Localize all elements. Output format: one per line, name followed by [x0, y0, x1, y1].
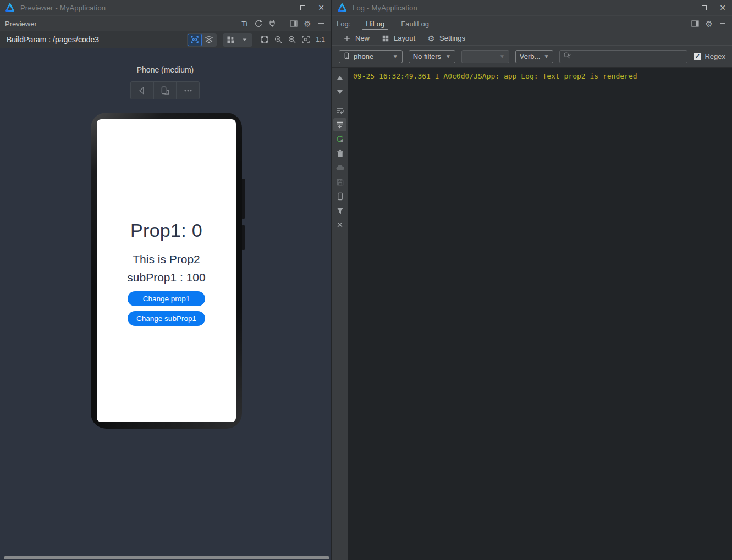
zoom-ratio-label[interactable]: 1:1 — [313, 36, 327, 43]
zoom-out-icon[interactable] — [272, 34, 284, 46]
log-action-bar: New Layout ⚙ Settings — [332, 31, 732, 46]
device-title: Phone (medium) — [0, 65, 331, 74]
change-prop1-button[interactable]: Change prop1 — [128, 291, 205, 306]
scroll-up-icon[interactable] — [333, 71, 346, 84]
plus-icon — [342, 34, 352, 43]
rerun-icon[interactable] — [333, 132, 346, 146]
trash-icon[interactable] — [333, 147, 346, 160]
log-content: 09-25 16:32:49.361 I A0c0d0/JSApp: app L… — [332, 68, 732, 560]
font-size-icon[interactable]: Tt — [239, 18, 251, 30]
save-icon — [333, 175, 346, 188]
type-select[interactable]: ▼ — [461, 50, 509, 63]
log-label: Log: — [337, 20, 350, 28]
level-select[interactable]: Verb... ▼ — [515, 50, 553, 63]
caret-down-icon[interactable] — [238, 34, 252, 46]
log-side-toolbar — [332, 68, 348, 560]
horizontal-scrollbar[interactable] — [4, 556, 329, 559]
window-controls: ✕ — [676, 0, 732, 15]
previewer-window: Previewer - MyApplication ✕ Previewer Tt — [0, 0, 331, 560]
previewer-titlebar: Previewer - MyApplication ✕ — [0, 0, 331, 15]
layout-grid-icon — [381, 34, 390, 43]
regex-label: Regex — [705, 52, 725, 60]
hide-panel-icon[interactable] — [315, 18, 327, 30]
log-output[interactable]: 09-25 16:32:49.361 I A0c0d0/JSApp: app L… — [348, 68, 732, 560]
level-select-value: Verb... — [520, 52, 541, 60]
grid-components-icon[interactable] — [223, 34, 238, 46]
caret-down-icon: ▼ — [499, 53, 505, 59]
scroll-to-end-icon[interactable] — [333, 118, 346, 131]
filter-funnel-icon[interactable] — [333, 204, 346, 217]
prop2-text: This is Prop2 — [97, 253, 236, 266]
previewer-tab-label: Previewer — [5, 20, 37, 28]
more-icon[interactable] — [176, 82, 199, 99]
zoom-in-icon[interactable] — [286, 34, 298, 46]
phone-icon — [343, 52, 350, 61]
regex-option[interactable]: ✓ Regex — [694, 52, 725, 60]
minimize-button[interactable] — [274, 0, 293, 15]
inspector-eye-icon[interactable] — [188, 34, 202, 46]
layout-button[interactable]: Layout — [376, 34, 420, 43]
layout-label: Layout — [394, 34, 415, 42]
prop1-value: Prop1: 0 — [97, 220, 236, 241]
back-triangle-icon[interactable] — [131, 82, 153, 99]
change-subprop1-button[interactable]: Change subProp1 — [128, 311, 205, 326]
previewer-toolbar: Previewer Tt ⚙ — [0, 15, 331, 31]
settings-label: Settings — [439, 34, 465, 42]
filter-select-value: No filters — [413, 52, 441, 60]
build-param-bar: BuildParam : /pages/code3 — [0, 31, 331, 48]
device-icon[interactable] — [333, 190, 346, 203]
tab-hilog[interactable]: HiLog — [361, 16, 389, 31]
hide-panel-icon[interactable] — [717, 18, 729, 30]
caret-down-icon: ▼ — [445, 53, 451, 59]
close-button[interactable]: ✕ — [713, 0, 732, 15]
bounding-frame-icon[interactable] — [258, 34, 271, 46]
deveco-logo-icon — [5, 3, 15, 13]
layers-icon[interactable] — [202, 34, 216, 46]
caret-down-icon: ▼ — [543, 53, 549, 59]
minimize-button[interactable] — [676, 0, 695, 15]
toolbar-divider — [283, 19, 283, 28]
refresh-icon[interactable] — [252, 18, 265, 30]
device-select-value: phone — [354, 52, 373, 60]
gear-icon[interactable]: ⚙ — [703, 18, 715, 30]
settings-button[interactable]: ⚙ Settings — [422, 34, 470, 43]
close-button[interactable]: ✕ — [312, 0, 331, 15]
tab-faultlog[interactable]: FaultLog — [397, 16, 433, 31]
device-action-bar — [130, 81, 200, 99]
search-field[interactable] — [559, 50, 687, 63]
soft-wrap-icon[interactable] — [333, 104, 346, 117]
search-icon — [563, 52, 571, 62]
preview-canvas: Phone (medium) Prop1: 0 This is Pr — [0, 48, 331, 560]
panel-layout-icon[interactable] — [689, 18, 701, 30]
filter-select[interactable]: No filters ▼ — [409, 50, 455, 63]
settings-gear-icon: ⚙ — [426, 34, 436, 43]
window-title: Previewer - MyApplication — [20, 4, 106, 12]
log-filter-bar: phone ▼ No filters ▼ ▼ Verb... ▼ ✓ Regex — [332, 46, 732, 68]
log-titlebar: Log - MyApplication ✕ — [332, 0, 732, 15]
close-icon[interactable] — [333, 218, 346, 231]
maximize-button[interactable] — [293, 0, 312, 15]
panel-layout-icon[interactable] — [288, 18, 300, 30]
phone-screen: Prop1: 0 This is Prop2 subProp1 : 100 Ch… — [97, 119, 236, 422]
window-title: Log - MyApplication — [353, 4, 417, 12]
view-mode-toggle — [187, 33, 217, 47]
scroll-down-icon[interactable] — [333, 85, 346, 98]
plug-icon[interactable] — [266, 18, 278, 30]
log-line: 09-25 16:32:49.361 I A0c0d0/JSApp: app L… — [353, 71, 732, 81]
deveco-logo-icon — [337, 3, 347, 13]
rotate-device-icon[interactable] — [153, 82, 177, 99]
new-label: New — [355, 34, 370, 42]
log-tab-bar: Log: HiLog FaultLog ⚙ — [332, 15, 732, 31]
maximize-button[interactable] — [695, 0, 713, 15]
search-input[interactable] — [573, 52, 684, 60]
build-param-label: BuildParam : /pages/code3 — [7, 35, 99, 44]
caret-down-icon: ▼ — [393, 53, 398, 59]
cloud-icon — [333, 161, 346, 174]
gear-icon[interactable]: ⚙ — [301, 18, 313, 30]
regex-checkbox[interactable]: ✓ — [694, 53, 701, 60]
fit-screen-icon[interactable] — [300, 34, 312, 46]
device-select[interactable]: phone ▼ — [339, 50, 403, 63]
subprop1-value: subProp1 : 100 — [97, 271, 236, 284]
component-grid-group — [223, 33, 252, 47]
new-button[interactable]: New — [338, 34, 374, 43]
